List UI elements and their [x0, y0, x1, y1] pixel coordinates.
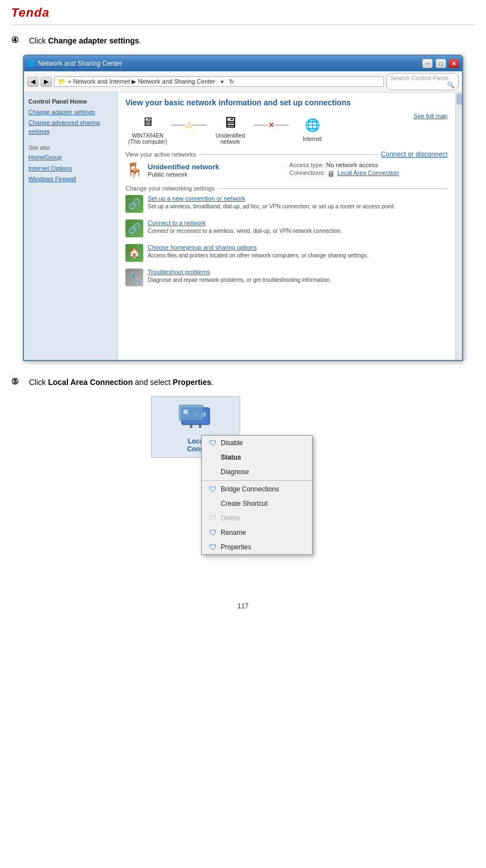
- adapter-icon: [157, 402, 234, 435]
- setting-desc-1: Connect or reconnect to a wireless, wire…: [148, 227, 448, 235]
- back-button[interactable]: ◀: [27, 77, 38, 87]
- network-adapter-area: LocaConn 🛡 Disable Status Diagnose 🛡 Bri…: [151, 396, 335, 586]
- ctx-label-shortcut: Create Shortcut: [221, 500, 268, 508]
- scrollbar[interactable]: [455, 92, 462, 360]
- setting-item-1: 🔗 Connect to a network Connect or reconn…: [125, 220, 448, 237]
- ctx-label-disable: Disable: [221, 439, 243, 447]
- warning-icon: ⚠: [186, 120, 193, 129]
- setting-item-0: 🔗 Set up a new connection or network Set…: [125, 195, 448, 213]
- shield-icon-disable: 🛡: [208, 438, 217, 447]
- shield-icon-delete: 🛡: [208, 514, 217, 523]
- ctx-item-delete: 🛡 Delete: [202, 511, 312, 525]
- sidebar: Control Panel Home Change adapter settin…: [24, 92, 118, 360]
- network-sharing-center-window: 🌐 Network and Sharing Center ─ □ ✕ ◀ ▶ 📁…: [23, 55, 463, 361]
- setting-link-1[interactable]: Connect to a network: [148, 220, 448, 226]
- shield-icon-bridge: 🛡: [208, 485, 217, 494]
- icon-shortcut: [208, 499, 217, 508]
- svg-rect-5: [199, 423, 201, 428]
- internet-label: Internet: [303, 136, 322, 142]
- addressbar: ◀ ▶ 📁 « Network and Internet ▶ Network a…: [24, 71, 462, 92]
- active-networks-info: 🪑 Unidentified network Public network Ac…: [125, 162, 448, 179]
- sidebar-link-change-adapter[interactable]: Change adapter settings: [28, 108, 113, 116]
- ctx-item-diagnose[interactable]: Diagnose: [202, 465, 312, 479]
- step5-row: ⑤ Click Local Area Connection and select…: [11, 377, 475, 388]
- net-node-internet: 🌐 Internet: [290, 116, 334, 142]
- scrollbar-thumb[interactable]: [456, 94, 462, 105]
- see-full-map-link[interactable]: See full map: [414, 113, 448, 119]
- main-content: View your basic network information and …: [118, 92, 455, 360]
- ctx-separator-1: [202, 480, 312, 481]
- step4-row: ④ Click Change adapter settings.: [11, 35, 475, 47]
- main-title: View your basic network information and …: [125, 98, 448, 107]
- step5-text: Click Local Area Connection and select P…: [29, 377, 213, 388]
- ctx-label-delete: Delete: [221, 514, 240, 522]
- setting-text-2: Choose homegroup and sharing options Acc…: [148, 244, 448, 260]
- context-menu: 🛡 Disable Status Diagnose 🛡 Bridge Conne…: [201, 435, 313, 555]
- network-details: Access type: No network access Connectio…: [289, 162, 448, 179]
- titlebar-buttons: ─ □ ✕: [421, 59, 459, 68]
- window-title: Network and Sharing Center: [38, 60, 122, 67]
- ctx-item-rename[interactable]: 🛡 Rename: [202, 525, 312, 540]
- ctx-label-diagnose: Diagnose: [221, 468, 249, 476]
- ctx-label-properties: Properties: [221, 543, 251, 551]
- ctx-item-shortcut[interactable]: Create Shortcut: [202, 496, 312, 511]
- forward-button[interactable]: ▶: [41, 77, 52, 87]
- titlebar-left: 🌐 Network and Sharing Center: [27, 60, 122, 67]
- sidebar-link-windows-firewall[interactable]: Windows Firewall: [28, 175, 113, 183]
- sidebar-link-change-advanced[interactable]: Change advanced sharing settings: [28, 119, 113, 136]
- unidentified-icon: 🖥: [219, 113, 241, 131]
- ctx-item-status[interactable]: Status: [202, 450, 312, 465]
- window-body: Control Panel Home Change adapter settin…: [24, 92, 462, 360]
- setting-text-3: Troubleshoot problems Diagnose and repai…: [148, 269, 448, 284]
- svg-rect-7: [183, 409, 188, 414]
- setting-icon-2: 🏠: [125, 244, 143, 262]
- search-box[interactable]: Search Control Panel 🔍: [386, 73, 459, 90]
- connections-row: Connections: 🖥 Local Area Connection: [289, 169, 448, 178]
- unidentified-label: Unidentified network: [208, 133, 252, 145]
- arrow2: ──✕──: [254, 119, 289, 139]
- ctx-item-bridge[interactable]: 🛡 Bridge Connections: [202, 482, 312, 496]
- icon-diagnose: [208, 467, 217, 476]
- computer-label: WIN7X64EN(This computer): [128, 133, 167, 145]
- network-map: 🖥 WIN7X64EN(This computer) ──⚠── 🖥 Unide…: [125, 113, 448, 145]
- sidebar-link-internet-options[interactable]: Internet Options: [28, 164, 113, 173]
- ctx-item-properties[interactable]: 🛡 Properties: [202, 540, 312, 554]
- close-button[interactable]: ✕: [449, 59, 459, 68]
- network-type: Public network: [148, 171, 220, 178]
- access-type-val: No network access: [326, 162, 378, 168]
- setting-link-2[interactable]: Choose homegroup and sharing options: [148, 244, 448, 251]
- sidebar-link-homegroup[interactable]: HomeGroup: [28, 153, 113, 162]
- network-name[interactable]: Unidentified network: [148, 163, 220, 171]
- setting-desc-0: Set up a wireless, broadband, dial-up, a…: [148, 203, 448, 211]
- step4-bold: Change adapter settings: [48, 36, 139, 45]
- connect-disconnect-link[interactable]: Connect or disconnect: [381, 150, 448, 158]
- connection-icon: 🖥: [327, 169, 335, 178]
- network-bench-icon: 🪑: [125, 162, 143, 179]
- maximize-button[interactable]: □: [436, 59, 446, 68]
- setting-link-0[interactable]: Set up a new connection or network: [148, 195, 448, 202]
- ctx-label-status: Status: [221, 453, 241, 461]
- setting-desc-3: Diagnose and repair network problems, or…: [148, 276, 448, 284]
- ctx-label-rename: Rename: [221, 529, 246, 537]
- address-path[interactable]: 📁 « Network and Internet ▶ Network and S…: [54, 76, 384, 87]
- page-number: 117: [11, 602, 475, 610]
- setting-item-3: 🔧 Troubleshoot problems Diagnose and rep…: [125, 269, 448, 286]
- setting-link-3[interactable]: Troubleshoot problems: [148, 269, 448, 275]
- active-networks-divider: View your active networks Connect or dis…: [125, 150, 448, 158]
- address-dropdown-icon[interactable]: ▼: [220, 79, 225, 85]
- setting-desc-2: Access files and printers located on oth…: [148, 252, 448, 260]
- logo-area: Tenda: [11, 6, 475, 25]
- local-area-connection-link[interactable]: Local Area Connection: [337, 169, 399, 178]
- address-icon: 📁: [58, 78, 66, 85]
- logo-text: Tenda: [11, 6, 50, 19]
- sidebar-title: Control Panel Home: [28, 98, 113, 105]
- step5-bold1: Local Area Connection: [48, 378, 133, 387]
- minimize-button[interactable]: ─: [422, 59, 432, 68]
- step4-number: ④: [11, 35, 23, 45]
- step5-number: ⑤: [11, 377, 23, 387]
- ctx-label-bridge: Bridge Connections: [221, 485, 279, 493]
- refresh-icon[interactable]: ↻: [229, 78, 234, 85]
- net-node-unidentified: 🖥 Unidentified network: [208, 113, 252, 145]
- ctx-item-disable[interactable]: 🛡 Disable: [202, 436, 312, 450]
- step5-bold2: Properties: [173, 378, 211, 387]
